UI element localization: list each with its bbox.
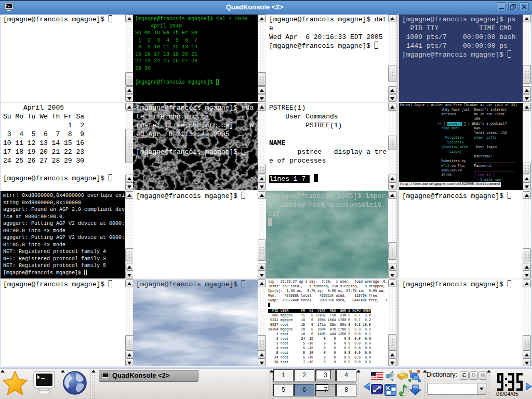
svg-text:Tutti: Tutti <box>403 373 407 376</box>
svg-text:us: us <box>371 374 377 379</box>
svg-text:K: K <box>386 385 390 391</box>
